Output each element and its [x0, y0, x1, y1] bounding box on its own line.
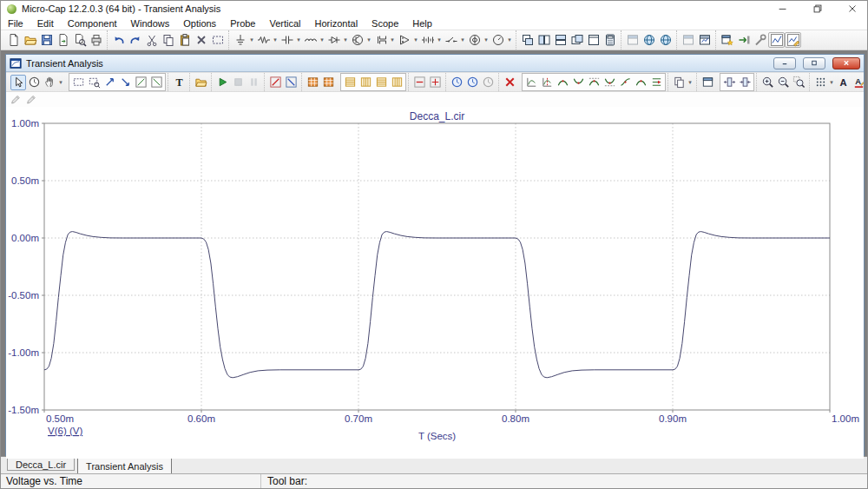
resistor-component-button[interactable] — [255, 32, 272, 48]
diode-component-button[interactable] — [326, 32, 342, 48]
redo-button[interactable] — [127, 32, 143, 48]
pause-button[interactable] — [246, 75, 261, 90]
probe-plot-button[interactable] — [785, 32, 801, 48]
nmos-component-button[interactable] — [372, 32, 389, 48]
capacitor-component-button[interactable] — [279, 32, 295, 48]
animate-no-delay-button[interactable] — [449, 75, 464, 90]
stop-button[interactable] — [230, 75, 246, 90]
resistor-component-dropdown[interactable]: ▾ — [272, 36, 279, 43]
zoom-in-button[interactable] — [760, 75, 775, 90]
switch-component-button[interactable] — [443, 32, 459, 48]
menu-windows[interactable]: Windows — [124, 18, 177, 29]
switch-component-dropdown[interactable]: ▾ — [459, 36, 466, 43]
left-cursor-tag-button[interactable] — [10, 94, 22, 105]
revert-file-button[interactable] — [55, 32, 71, 48]
narrow-plot-button[interactable] — [737, 75, 753, 90]
delete-button[interactable] — [193, 32, 209, 48]
copy-button[interactable] — [160, 32, 176, 48]
analysis-restore-button[interactable] — [803, 57, 825, 69]
select-mode-button[interactable] — [10, 75, 26, 90]
select-region-button[interactable] — [209, 32, 226, 48]
low-button[interactable] — [602, 75, 617, 90]
menu-component[interactable]: Component — [61, 18, 124, 29]
analysis-plot-button[interactable] — [768, 32, 785, 48]
close-button[interactable] — [838, 1, 867, 17]
maximize-window-button[interactable] — [585, 32, 602, 48]
new-file-button[interactable] — [5, 32, 22, 48]
numeric-output-button[interactable] — [700, 75, 715, 90]
undo-button[interactable] — [110, 32, 127, 48]
color-highlight-button[interactable]: A — [851, 75, 864, 90]
go-to-x-button[interactable] — [523, 75, 539, 90]
global-high-button[interactable] — [633, 75, 648, 90]
overlap-windows-button[interactable] — [569, 32, 585, 48]
pan-mode-dropdown[interactable]: ▾ — [57, 79, 64, 86]
cut-button[interactable] — [143, 32, 160, 48]
paste-button[interactable] — [176, 32, 193, 48]
tile-horizontal-button[interactable] — [552, 32, 569, 48]
plot-area[interactable]: Decca_L.cir1.00m0.50m0.00m-0.50m-1.00m-1… — [6, 107, 864, 459]
waveform-buffer-button[interactable] — [148, 75, 164, 90]
print-button[interactable] — [88, 32, 104, 48]
opamp-component-button[interactable] — [396, 32, 412, 48]
waveform-chart[interactable]: Decca_L.cir1.00m0.50m0.00m-0.50m-1.00m-1… — [6, 107, 864, 455]
cursor-pos-mode-button[interactable] — [117, 75, 133, 90]
menu-horizontal[interactable]: Horizontal — [308, 18, 365, 29]
nmos-component-dropdown[interactable]: ▾ — [389, 36, 396, 43]
cascade-windows-button[interactable] — [519, 32, 536, 48]
preferences-button[interactable] — [719, 32, 735, 48]
menu-options[interactable]: Options — [176, 18, 223, 29]
repair-button[interactable] — [752, 32, 768, 48]
npn-transistor-component-dropdown[interactable]: ▾ — [365, 36, 372, 43]
inflection-button[interactable] — [617, 75, 633, 90]
minimize-button[interactable] — [768, 1, 798, 17]
run-button[interactable] — [214, 75, 230, 90]
macro-component-button[interactable] — [466, 32, 483, 48]
positive-slope-button[interactable] — [267, 75, 283, 90]
battery-component-dropdown[interactable]: ▾ — [436, 36, 443, 43]
font-button[interactable]: A — [835, 75, 851, 90]
tab-transient-analysis[interactable]: Transient Analysis — [77, 458, 172, 474]
tile-vertical-button[interactable] — [536, 32, 552, 48]
analysis-properties-button[interactable] — [193, 75, 208, 90]
stepping-button[interactable] — [680, 32, 696, 48]
negative-slope-button[interactable] — [283, 75, 299, 90]
grid-options-dropdown[interactable]: ▾ — [828, 79, 835, 86]
zoom-mode-button[interactable] — [86, 75, 102, 90]
widen-plot-button[interactable] — [721, 75, 737, 90]
zoom-out-button[interactable] — [775, 75, 791, 90]
tokens-button[interactable] — [320, 75, 336, 90]
component-editor-button[interactable] — [624, 32, 641, 48]
baseline-grids-button[interactable] — [389, 75, 404, 90]
text-mode-button[interactable]: T — [171, 75, 187, 90]
right-cursor-tag-button[interactable] — [26, 94, 37, 105]
npn-transistor-component-button[interactable] — [349, 32, 365, 48]
inductor-component-dropdown[interactable]: ▾ — [319, 36, 326, 43]
open-file-button[interactable] — [22, 32, 38, 48]
vertical-axis-grids-button[interactable] — [358, 75, 373, 90]
info-mode-button[interactable] — [26, 75, 42, 90]
animate-delay-button[interactable] — [464, 75, 480, 90]
analysis-close-button[interactable] — [832, 57, 860, 69]
battery-component-button[interactable] — [419, 32, 436, 48]
calculator-button[interactable] — [602, 32, 618, 48]
high-button[interactable] — [586, 75, 602, 90]
tracker-cursor-button[interactable] — [427, 75, 443, 90]
menu-file[interactable]: File — [1, 18, 30, 29]
menu-edit[interactable]: Edit — [30, 18, 61, 29]
animate-keypress-button[interactable] — [480, 75, 496, 90]
inductor-component-button[interactable] — [302, 32, 319, 48]
source-component-dropdown[interactable]: ▾ — [506, 36, 513, 43]
restore-button[interactable] — [803, 1, 832, 17]
legend-v6[interactable]: V(6) (V) — [48, 426, 82, 436]
macro-component-dropdown[interactable]: ▾ — [483, 36, 490, 43]
optimizer-button[interactable] — [696, 32, 713, 48]
shape-editor-button[interactable] — [641, 32, 657, 48]
point-tag-mode-button[interactable] — [133, 75, 148, 90]
capacitor-component-dropdown[interactable]: ▾ — [295, 36, 302, 43]
box-mode-button[interactable] — [70, 75, 86, 90]
peak-button[interactable] — [555, 75, 570, 90]
copy-to-clipboard-button[interactable] — [671, 75, 687, 90]
ground-component-button[interactable] — [232, 32, 248, 48]
menu-help[interactable]: Help — [405, 18, 439, 29]
